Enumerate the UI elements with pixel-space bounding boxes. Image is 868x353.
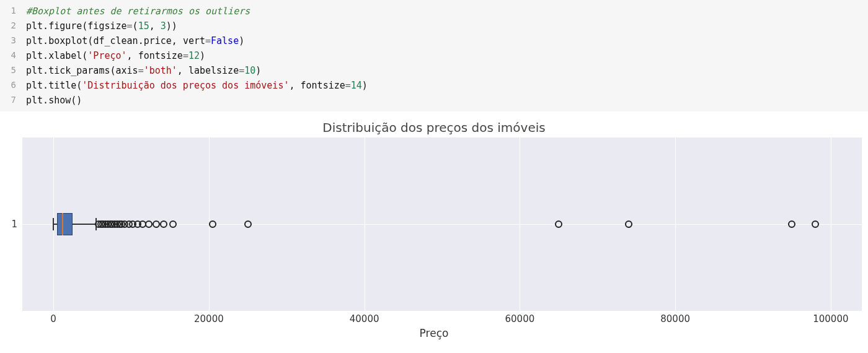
line-number: 5 [0,63,26,78]
boxplot-outlier [788,220,795,228]
line-number: 2 [0,19,26,33]
boxplot-outlier [153,220,160,228]
x-tick-label: 40000 [350,313,379,325]
line-number: 6 [0,78,26,93]
x-tick-label: 80000 [660,313,690,325]
chart-title: Distribuição dos preços dos imóveis [6,120,862,135]
y-tick-label: 1 [6,219,22,230]
boxplot-median [62,213,63,235]
boxplot-outlier [555,220,562,228]
code-line: 7plt.show() [0,93,868,108]
boxplot-outlier [169,220,177,228]
code-text: plt.xlabel('Preço', fontsize=12) [26,48,205,63]
x-tick-label: 0 [50,313,56,325]
code-text: #Boxplot antes de retirarmos os outliers [26,4,250,19]
boxplot-whisker-cap [53,218,54,230]
code-text: plt.show() [26,93,82,108]
code-line: 2plt.figure(figsize=(15, 3)) [0,19,868,33]
code-line: 4plt.xlabel('Preço', fontsize=12) [0,48,868,63]
code-line: 1#Boxplot antes de retirarmos os outlier… [0,4,868,19]
line-number: 7 [0,93,26,108]
line-number: 3 [0,33,26,48]
plot-area [22,137,862,311]
code-text: plt.boxplot(df_clean.price, vert=False) [26,33,244,48]
boxplot-box [57,213,73,235]
x-axis-label: Preço [6,327,862,339]
boxplot-outlier [812,220,819,228]
line-number: 1 [0,4,26,19]
code-line: 6plt.title('Distribuição dos preços dos … [0,78,868,93]
code-line: 3plt.boxplot(df_clean.price, vert=False) [0,33,868,48]
boxplot-outlier [160,220,167,228]
x-tick-label: 60000 [505,313,535,325]
boxplot-outlier [145,220,153,228]
line-number: 4 [0,48,26,63]
boxplot-outlier [244,220,252,228]
x-tick-label: 100000 [813,313,848,325]
code-cell: 1#Boxplot antes de retirarmos os outlier… [0,0,868,111]
boxplot-outlier [625,220,632,228]
code-line: 5plt.tick_params(axis='both', labelsize=… [0,63,868,78]
code-text: plt.figure(figsize=(15, 3)) [26,19,177,33]
boxplot-outlier [209,220,216,228]
code-text: plt.title('Distribuição dos preços dos i… [26,78,368,93]
x-tick-label: 20000 [194,313,224,325]
chart-output: Distribuição dos preços dos imóveis 1 02… [0,111,868,339]
code-text: plt.tick_params(axis='both', labelsize=1… [26,63,261,78]
x-axis: 020000400006000080000100000 [22,311,862,325]
